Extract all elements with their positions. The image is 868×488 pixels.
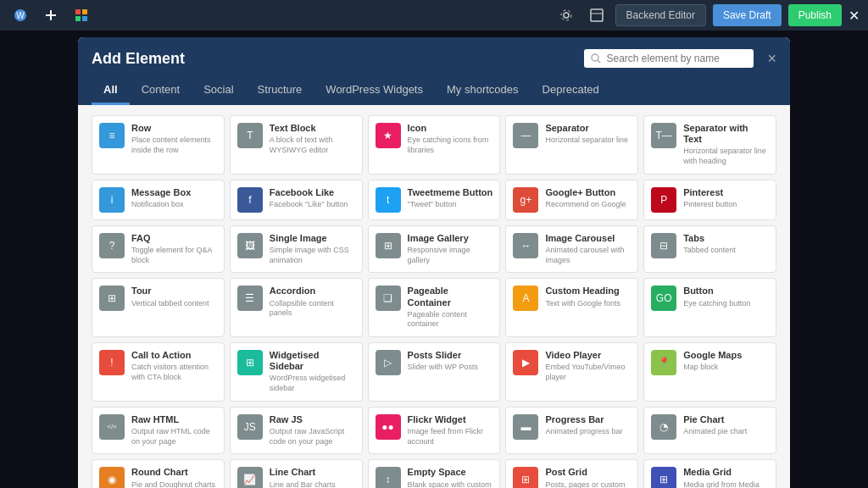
element-item[interactable]: ●●Flickr WidgetImage feed from Flickr ac…: [368, 407, 501, 455]
element-item[interactable]: PPinterestPinterest button: [643, 180, 776, 220]
element-desc: Tabbed content: [683, 246, 769, 256]
element-item[interactable]: ◔Pie ChartAnimated pie chart: [643, 407, 776, 455]
element-item[interactable]: g+Google+ ButtonRecommend on Google: [505, 180, 638, 220]
element-info: ButtonEye catching button: [683, 286, 769, 308]
element-item[interactable]: ↕Empty SpaceBlank space with custom heig…: [368, 459, 501, 488]
element-item[interactable]: ≡RowPlace content elements inside the ro…: [92, 115, 225, 175]
element-name: Accordion: [270, 286, 355, 297]
element-item[interactable]: iMessage BoxNotification box: [92, 180, 225, 220]
element-item[interactable]: 📍Google MapsMap block: [643, 342, 776, 402]
element-name: Pie Chart: [683, 414, 769, 425]
search-box[interactable]: [584, 49, 754, 68]
element-item[interactable]: ▶Video PlayerEmbed YouTube/Vimeo player: [505, 342, 638, 402]
element-item[interactable]: ▷Posts SliderSlider with WP Posts: [368, 342, 501, 402]
element-icon: f: [237, 187, 263, 213]
element-name: Progress Bar: [545, 414, 631, 425]
elements-grid-container: ≡RowPlace content elements inside the ro…: [78, 105, 790, 488]
tab-deprecated[interactable]: Deprecated: [531, 76, 611, 105]
element-item[interactable]: 🖼Single ImageSimple image with CSS anima…: [230, 225, 363, 274]
save-draft-button[interactable]: Save Draft: [713, 4, 782, 26]
element-info: Raw JSOutput raw JavaScript code on your…: [270, 414, 355, 447]
element-info: Line ChartLine and Bar charts: [270, 467, 355, 488]
element-item[interactable]: ❑Pageable ContainerPageable content cont…: [368, 278, 501, 337]
element-info: Google+ ButtonRecommend on Google: [545, 187, 631, 210]
tab-wp-widgets[interactable]: WordPress Widgets: [314, 76, 435, 105]
element-info: Facebook LikeFacebook "Like" button: [270, 187, 355, 210]
layout-icon[interactable]: [585, 3, 609, 27]
element-desc: Slider with WP Posts: [408, 363, 493, 373]
element-icon: i: [99, 187, 125, 213]
element-item[interactable]: </>Raw HTMLOutput raw HTML code on your …: [92, 407, 225, 455]
backend-editor-button[interactable]: Backend Editor: [615, 4, 706, 26]
settings-icon[interactable]: [554, 3, 578, 27]
element-name: Message Box: [131, 187, 217, 198]
element-item[interactable]: ⊞TourVertical tabbed content: [92, 278, 225, 337]
search-input[interactable]: [606, 53, 742, 64]
svg-point-8: [564, 13, 569, 18]
element-name: Posts Slider: [408, 350, 493, 361]
element-info: AccordionCollapsible content panels: [270, 286, 355, 319]
toolbar-right: Backend Editor Save Draft Publish ✕: [554, 3, 860, 27]
dialog-title: Add Element: [92, 50, 185, 68]
element-desc: Collapsible content panels: [270, 299, 355, 319]
tab-social[interactable]: Social: [192, 76, 245, 105]
tab-content[interactable]: Content: [130, 76, 192, 105]
element-info: Raw HTMLOutput raw HTML code on your pag…: [131, 414, 217, 447]
element-info: Pageable ContainerPageable content conta…: [408, 286, 493, 330]
element-item[interactable]: 📈Line ChartLine and Bar charts: [230, 459, 363, 488]
element-name: Video Player: [545, 350, 631, 361]
element-name: Google+ Button: [545, 187, 631, 198]
element-item[interactable]: ◉Round ChartPie and Doughnut charts: [92, 459, 225, 488]
publish-button[interactable]: Publish: [788, 4, 842, 26]
element-info: Post GridPosts, pages or custom posts in…: [545, 467, 631, 488]
element-item[interactable]: ☰AccordionCollapsible content panels: [230, 278, 363, 337]
element-item[interactable]: ★IconEye catching icons from libraries: [368, 115, 501, 175]
element-item[interactable]: ⊞Widgetised SidebarWordPress widgetised …: [230, 342, 363, 402]
element-icon: ▶: [513, 350, 538, 375]
tab-structure[interactable]: Structure: [246, 76, 314, 105]
element-icon: ★: [376, 123, 401, 148]
element-name: Empty Space: [408, 467, 493, 478]
element-icon: T—: [651, 123, 676, 148]
close-window-button[interactable]: ✕: [849, 8, 860, 24]
element-item[interactable]: —SeparatorHorizontal separator line: [505, 115, 638, 175]
svg-line-13: [598, 60, 600, 63]
add-icon[interactable]: [39, 3, 63, 27]
element-item[interactable]: TText BlockA block of text with WYSIWYG …: [230, 115, 363, 175]
tab-my-shortcodes[interactable]: My shortcodes: [435, 76, 531, 105]
element-item[interactable]: !Call to ActionCatch visitors attention …: [92, 342, 225, 402]
element-name: Text Block: [270, 123, 355, 134]
element-icon: 📈: [237, 467, 263, 488]
element-item[interactable]: GOButtonEye catching button: [643, 278, 776, 337]
element-name: Image Gallery: [408, 233, 493, 244]
element-item[interactable]: ↔Image CarouselAnimated carousel with im…: [505, 225, 638, 274]
dialog-close-button[interactable]: ×: [767, 50, 776, 68]
element-item[interactable]: fFacebook LikeFacebook "Like" button: [230, 180, 363, 220]
element-icon: t: [376, 187, 401, 213]
element-item[interactable]: ⊟TabsTabbed content: [643, 225, 776, 274]
element-info: Progress BarAnimated progress bar: [545, 414, 631, 437]
element-item[interactable]: T—Separator with TextHorizontal separato…: [643, 115, 776, 175]
element-item[interactable]: ▬Progress BarAnimated progress bar: [505, 407, 638, 455]
element-item[interactable]: ⊞Image GalleryResponsive image gallery: [368, 225, 501, 274]
element-info: TabsTabbed content: [683, 233, 769, 256]
element-name: Raw JS: [270, 414, 355, 425]
element-item[interactable]: tTweetmeme Button"Tweet" button: [368, 180, 501, 220]
element-info: Widgetised SidebarWordPress widgetised s…: [270, 350, 355, 394]
element-info: Call to ActionCatch visitors attention w…: [131, 350, 217, 383]
tab-all[interactable]: All: [92, 76, 130, 105]
element-icon: ?: [99, 233, 125, 258]
element-info: SeparatorHorizontal separator line: [545, 123, 631, 146]
element-item[interactable]: JSRaw JSOutput raw JavaScript code on yo…: [230, 407, 363, 455]
element-name: Row: [131, 123, 217, 134]
element-icon: ☰: [237, 286, 263, 311]
grid-icon: [70, 3, 93, 27]
main-toolbar: W Backend Editor Save Draft Publish ✕: [0, 0, 868, 30]
element-desc: Responsive image gallery: [408, 246, 493, 265]
element-item[interactable]: ?FAQToggle element for Q&A block: [92, 225, 225, 274]
element-item[interactable]: ⊞Media GridMedia grid from Media Library: [643, 459, 776, 488]
element-item[interactable]: ACustom HeadingText with Google fonts: [505, 278, 638, 337]
element-icon: ◔: [651, 414, 676, 440]
element-item[interactable]: ⊞Post GridPosts, pages or custom posts i…: [505, 459, 638, 488]
element-icon: ≡: [99, 123, 125, 148]
